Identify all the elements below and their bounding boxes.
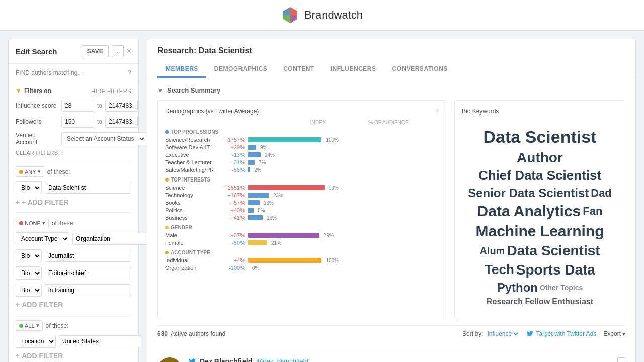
demo-help-icon[interactable]: ? (435, 108, 439, 115)
any-filter-group: ANY ▾ of these: Bio + + ADD FILTER (16, 166, 131, 206)
tab-content[interactable]: CONTENT (275, 61, 323, 78)
clear-filters-button[interactable]: CLEAR FILTERS ? (16, 150, 131, 156)
twitter-target-button[interactable]: Target with Twitter Ads (527, 330, 596, 337)
none-tag-select[interactable]: NONE ▾ (16, 218, 49, 228)
keyword[interactable]: Data Scientist (507, 242, 600, 259)
keyword[interactable]: Alum (479, 245, 505, 257)
location-value[interactable] (59, 335, 141, 347)
tab-members[interactable]: MEMBERS (157, 61, 206, 78)
bio-editor-value[interactable] (45, 267, 131, 279)
save-button[interactable]: SAVE (82, 45, 109, 57)
more-button[interactable]: ... (112, 45, 124, 57)
demo-pct: 13% (264, 200, 274, 206)
demo-pct: 100% (326, 137, 339, 143)
add-filter-1-button[interactable]: + + ADD FILTER (16, 198, 131, 206)
bio-field-select[interactable]: Bio (16, 181, 42, 194)
keyword[interactable]: Machine Learning (475, 222, 604, 240)
keyword[interactable]: Fan (583, 205, 602, 218)
keyword[interactable]: Research Fellow (487, 297, 550, 306)
demo-index: +57% (220, 200, 248, 206)
demo-pct: 0% (252, 265, 259, 271)
bio-journalist-select[interactable]: Bio (16, 249, 42, 262)
influence-max-input[interactable] (105, 100, 138, 112)
verified-account-filter: Verified Account Select an Account Statu… (16, 132, 131, 146)
bio-editor-select[interactable]: Bio (16, 266, 42, 280)
demo-pct: 79% (324, 233, 334, 238)
keyword[interactable]: Author (517, 149, 563, 166)
add-filter-2-button[interactable]: + ADD FILTER (16, 301, 131, 309)
help-icon[interactable]: ? (127, 69, 131, 77)
keyword[interactable]: Data Analytics (477, 202, 581, 220)
demo-pct: 16% (267, 215, 277, 221)
followers-min-input[interactable] (61, 116, 94, 128)
demo-index: +167% (220, 192, 248, 198)
svg-marker-1 (290, 7, 297, 15)
keyword[interactable]: Senior Data Scientist (468, 186, 589, 201)
demo-index: -55% (220, 167, 248, 173)
bio-journalist-value[interactable] (45, 250, 131, 262)
any-dot (19, 170, 23, 174)
demo-row: Science/Research +1757% 100% (165, 137, 439, 143)
account-type-select[interactable]: Account Type (16, 232, 69, 245)
keyword[interactable]: Sports Data (516, 261, 595, 279)
demo-pct: 6% (258, 208, 265, 213)
followers-max-input[interactable] (105, 116, 138, 128)
demo-title-text: Demographics (vs Twitter Average) (165, 108, 259, 115)
account-type-value[interactable] (72, 233, 155, 245)
none-dot (19, 221, 23, 225)
location-select[interactable]: Location (16, 335, 56, 348)
demo-bar (248, 258, 321, 263)
keyword[interactable]: Python (497, 281, 538, 295)
tab-conversations[interactable]: CONVERSATIONS (384, 61, 456, 78)
verified-select[interactable]: Select an Account Status (61, 132, 146, 145)
bio-journalist-filter: Bio (16, 249, 131, 262)
any-tag-select[interactable]: ANY ▾ (16, 166, 44, 177)
demo-pct: 14% (265, 152, 275, 158)
tab-influencers[interactable]: INFLUENCERS (323, 61, 384, 78)
header: Brandwatch (0, 0, 644, 31)
brandwatch-logo-icon (281, 6, 299, 24)
influence-min-input[interactable] (61, 100, 94, 112)
close-button[interactable]: × (127, 47, 131, 56)
keyword[interactable]: Chief Data Scientist (478, 168, 601, 184)
interests-dot (165, 178, 169, 182)
bio-value-input[interactable] (45, 182, 131, 194)
export-button[interactable]: Export ▾ (603, 330, 625, 337)
keyword[interactable]: Enthusiast (552, 297, 593, 306)
keyword[interactable]: Data Scientist (484, 127, 597, 147)
demo-index: +43% (220, 207, 248, 213)
demo-bar-container: 7% (248, 160, 339, 165)
demo-pct: 100% (326, 258, 339, 263)
panel-title: Edit Search (16, 47, 57, 56)
demo-pct: 9% (260, 145, 267, 150)
results-bar: 680 Active authors found Sort by: Influe… (157, 325, 625, 342)
gender-rows: Male +37% 79% Female -50% 21% (165, 232, 439, 246)
member-checkbox[interactable] (617, 357, 625, 362)
demo-index: -31% (220, 159, 248, 165)
keyword[interactable]: Dad (591, 187, 612, 200)
demo-bar (248, 233, 319, 238)
hide-filters-button[interactable]: HIDE FILTERS (91, 88, 131, 94)
demo-bar (248, 208, 254, 213)
bio-training-select[interactable]: Bio (16, 284, 42, 297)
search-summary-label: Search Summary (167, 86, 220, 94)
tab-demographics[interactable]: DEMOGRAPHICS (206, 61, 275, 78)
member-handle[interactable]: @dez_blanchfield (256, 357, 308, 362)
bio-editor-filter: Bio (16, 266, 131, 280)
demo-bar (248, 160, 255, 165)
keyword[interactable]: Tech (485, 262, 514, 278)
account-type-org-filter: Account Type (16, 232, 131, 245)
demo-row: Female -50% 21% (165, 240, 439, 246)
demo-name: Business (165, 215, 220, 221)
bio-training-value[interactable] (45, 284, 131, 296)
find-bar: FIND authors matching... ? (9, 64, 138, 82)
sort-select[interactable]: Influence (485, 330, 520, 338)
demo-row: Politics +43% 6% (165, 207, 439, 213)
member-name-row: Dez Blanchfield @dez_blanchfield (189, 357, 610, 362)
followers-filter: Followers to (16, 116, 131, 128)
collapse-icon[interactable]: ▼ (157, 87, 163, 94)
keyword[interactable]: Other Topics (540, 284, 583, 292)
add-filter-3-button[interactable]: + ADD FILTER (16, 352, 131, 360)
all-tag-select[interactable]: ALL ▾ (16, 320, 43, 331)
gender-dot (165, 226, 169, 229)
